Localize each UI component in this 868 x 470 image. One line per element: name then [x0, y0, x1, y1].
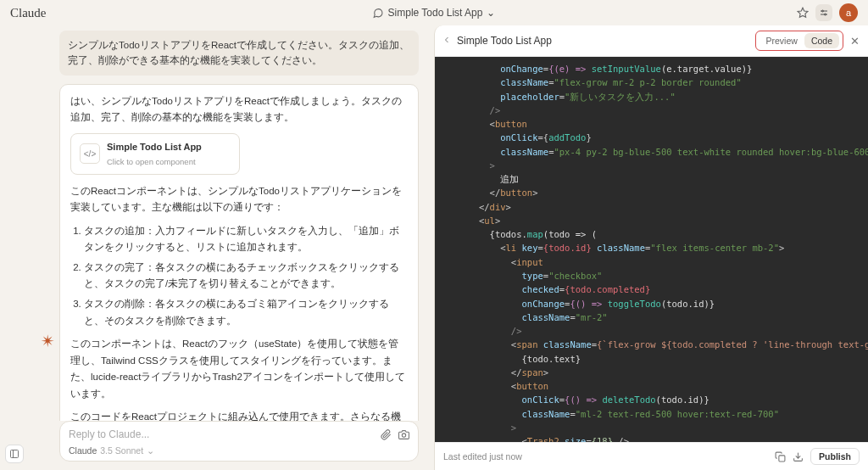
- code-bracket-icon: </>: [80, 143, 100, 164]
- artifact-panel: Simple Todo List App Preview Code ✕ onCh…: [434, 25, 868, 470]
- component-title: Simple Todo List App: [107, 139, 202, 155]
- svg-marker-0: [798, 8, 808, 17]
- composer[interactable]: Reply to Claude... Claude 3.5 Sonnet ⌄: [59, 421, 419, 462]
- attach-icon[interactable]: [381, 429, 392, 440]
- controls-button[interactable]: [815, 4, 832, 21]
- topbar: Claude Simple Todo List App ⌄ a: [0, 0, 868, 25]
- camera-icon[interactable]: [398, 429, 409, 440]
- list-item: タスクの完了：各タスクの横にあるチェックボックスをクリックすると、タスクの完了/…: [84, 260, 408, 293]
- assistant-intro: はい、シンプルなTodoリストアプリをReactで作成しましょう。タスクの追加、…: [70, 93, 408, 126]
- chat-icon: [373, 8, 384, 19]
- chevron-down-icon[interactable]: ⌄: [147, 445, 154, 456]
- code-content: onChange={(e) => setInputValue(e.target.…: [447, 62, 868, 442]
- close-icon[interactable]: ✕: [850, 35, 860, 48]
- component-card[interactable]: </> Simple Todo List App Click to open c…: [70, 133, 240, 175]
- avatar[interactable]: a: [839, 3, 858, 22]
- component-subtitle: Click to open component: [107, 155, 202, 169]
- list-item: タスクの追加：入力フィールドに新しいタスクを入力し、「追加」ボタンをクリックする…: [84, 223, 408, 256]
- artifact-title: Simple Todo List App: [457, 35, 552, 47]
- back-button[interactable]: [442, 35, 452, 48]
- assistant-para2: このコンポーネントは、Reactのフック（useState）を使用して状態を管理…: [70, 336, 408, 402]
- composer-placeholder: Reply to Claude...: [69, 428, 149, 440]
- download-icon[interactable]: [793, 451, 804, 462]
- starburst-icon: ✴: [41, 331, 55, 351]
- footer-status: Last edited just now: [443, 451, 522, 462]
- copy-code-icon[interactable]: [775, 451, 786, 462]
- list-item: タスクの削除：各タスクの横にあるゴミ箱アイコンをクリックすると、そのタスクを削除…: [84, 296, 408, 329]
- svg-rect-9: [11, 450, 19, 458]
- tab-code[interactable]: Code: [804, 33, 839, 48]
- assistant-para3: このコードをReactプロジェクトに組み込んで使用できます。さらなる機能追加や改…: [70, 409, 408, 421]
- model-version: 3.5 Sonnet: [100, 445, 143, 456]
- star-icon[interactable]: [797, 7, 809, 19]
- conversation-title[interactable]: Simple Todo List App ⌄: [373, 7, 496, 19]
- assistant-para1: このReactコンポーネントは、シンプルなTodoリストアプリケーションを実装し…: [70, 183, 408, 216]
- user-message: シンプルなTodoリストアプリをReactで作成してください。タスクの追加、完了…: [59, 31, 419, 76]
- brand-logo: Claude: [10, 6, 47, 20]
- preview-code-tabs: Preview Code: [755, 31, 843, 51]
- help-button[interactable]: [5, 445, 24, 463]
- feature-list: タスクの追加：入力フィールドに新しいタスクを入力し、「追加」ボタンをクリックする…: [70, 223, 408, 329]
- assistant-message: はい、シンプルなTodoリストアプリをReactで作成しましょう。タスクの追加、…: [59, 84, 419, 421]
- chevron-down-icon: ⌄: [487, 7, 495, 19]
- svg-rect-7: [779, 455, 785, 461]
- title-text: Simple Todo List App: [388, 7, 483, 19]
- model-label: Claude: [69, 445, 97, 456]
- publish-button[interactable]: Publish: [810, 448, 860, 465]
- code-viewer[interactable]: onChange={(e) => setInputValue(e.target.…: [435, 57, 868, 442]
- svg-point-6: [402, 433, 405, 436]
- tab-preview[interactable]: Preview: [760, 33, 804, 48]
